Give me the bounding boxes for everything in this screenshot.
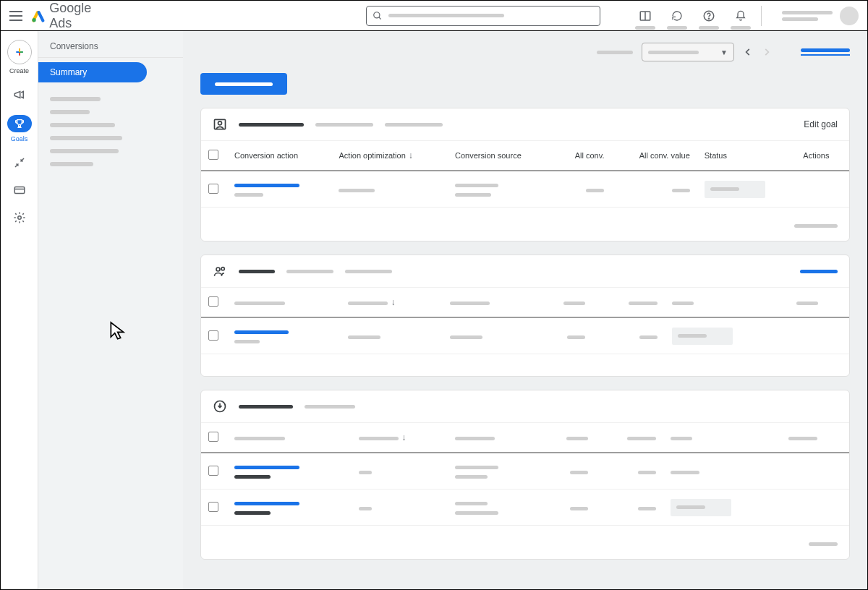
row-checkbox[interactable] <box>208 330 218 341</box>
chevron-left-icon[interactable] <box>743 47 753 57</box>
logo-text-2: Ads <box>49 16 72 30</box>
page-toolbar: ▼ <box>183 31 867 61</box>
conversion-table-1: Conversion action Action optimization↓ C… <box>201 141 849 208</box>
row-checkbox[interactable] <box>208 184 218 194</box>
col-opt[interactable]: ↓ <box>341 288 443 317</box>
rail-goals[interactable]: Goals <box>7 115 33 142</box>
menu-icon[interactable] <box>9 11 22 21</box>
svg-point-1 <box>374 12 380 17</box>
card-icon <box>13 184 26 197</box>
svg-point-16 <box>216 268 220 271</box>
select-all-checkbox[interactable] <box>208 432 218 442</box>
tools-icon <box>13 156 26 169</box>
refresh-icon[interactable] <box>670 9 684 23</box>
col-allconv[interactable]: All conv. <box>554 141 612 171</box>
header-actions <box>638 9 748 23</box>
avatar[interactable] <box>840 7 859 25</box>
col-status[interactable] <box>665 288 789 317</box>
select-all-checkbox[interactable] <box>208 150 218 160</box>
rail-tools[interactable] <box>7 155 33 170</box>
secondary-nav: Conversions Summary <box>38 31 183 590</box>
notifications-icon[interactable] <box>733 9 748 23</box>
col-source[interactable] <box>443 288 532 317</box>
date-link[interactable] <box>801 48 850 52</box>
logo[interactable]: Google Ads <box>31 1 116 31</box>
row-checkbox[interactable] <box>208 466 218 476</box>
col-allconvval[interactable]: All conv. value <box>611 141 697 171</box>
search-placeholder <box>388 14 504 17</box>
search-icon <box>373 11 383 21</box>
col-allconv[interactable] <box>533 288 593 317</box>
secnav-item[interactable] <box>50 123 115 127</box>
svg-point-15 <box>218 121 222 125</box>
scope-dropdown[interactable]: ▼ <box>642 43 734 61</box>
secnav-summary[interactable]: Summary <box>38 62 147 82</box>
logo-text-1: Google <box>49 1 91 15</box>
user-square-icon <box>213 117 227 132</box>
create-button[interactable]: Create <box>7 40 33 74</box>
col-status[interactable]: Status <box>697 141 796 171</box>
col-actions[interactable] <box>789 288 849 317</box>
account-switcher[interactable] <box>782 7 859 25</box>
col-allconvval[interactable] <box>592 288 664 317</box>
action-link[interactable] <box>234 502 299 505</box>
svg-line-2 <box>379 17 381 19</box>
card-link[interactable] <box>800 270 838 273</box>
secnav-item[interactable] <box>50 97 101 101</box>
divider <box>761 6 762 26</box>
select-all-checkbox[interactable] <box>208 296 218 307</box>
svg-rect-11 <box>14 187 25 194</box>
secnav-item[interactable] <box>50 110 90 114</box>
col-status[interactable] <box>663 423 781 453</box>
col-actions[interactable]: Actions <box>796 141 849 171</box>
svg-point-0 <box>32 18 35 22</box>
footer-link[interactable] <box>794 224 838 228</box>
search-input[interactable] <box>366 6 600 26</box>
help-icon[interactable] <box>702 9 716 23</box>
secnav-item[interactable] <box>50 136 122 140</box>
gear-icon <box>13 211 26 224</box>
secnav-item[interactable] <box>50 162 93 166</box>
google-ads-icon <box>31 9 46 23</box>
secnav-item[interactable] <box>50 149 119 153</box>
edit-goal-link[interactable]: Edit goal <box>804 119 838 129</box>
col-action[interactable] <box>227 423 352 453</box>
rail-billing[interactable] <box>7 183 33 197</box>
secnav-section: Conversions <box>38 31 183 57</box>
megaphone-icon <box>13 88 26 101</box>
left-rail: Create Goals <box>1 31 38 590</box>
action-link[interactable] <box>234 466 299 469</box>
cursor-icon <box>107 320 130 343</box>
col-opt[interactable]: Action optimization↓ <box>331 141 448 171</box>
row-checkbox[interactable] <box>208 502 218 512</box>
col-source[interactable]: Conversion source <box>448 141 554 171</box>
col-action[interactable] <box>227 288 341 317</box>
col-action[interactable]: Conversion action <box>227 141 331 171</box>
rail-admin[interactable] <box>7 210 33 225</box>
status-chip <box>705 181 765 198</box>
appearance-icon[interactable] <box>638 9 652 23</box>
goals-label: Goals <box>11 135 28 142</box>
goal-card-leads: ↓ <box>200 255 850 377</box>
svg-point-13 <box>17 216 21 220</box>
main-content: ▼ Edit goal Conversion <box>183 31 867 590</box>
col-actions[interactable] <box>781 423 849 453</box>
rail-campaigns[interactable] <box>7 87 33 102</box>
col-source[interactable] <box>448 423 538 453</box>
filter-label <box>597 51 633 54</box>
create-label: Create <box>9 67 29 74</box>
goal-card-purchase: Edit goal Conversion action Action optim… <box>200 108 850 241</box>
table-row[interactable] <box>201 171 849 208</box>
action-link[interactable] <box>234 184 299 187</box>
status-chip <box>672 328 733 345</box>
table-row[interactable] <box>201 453 849 489</box>
col-allconv[interactable] <box>539 423 595 453</box>
action-link[interactable] <box>234 330 289 334</box>
footer-link[interactable] <box>809 542 838 546</box>
new-conversion-button[interactable] <box>200 73 287 95</box>
conversion-table-3: ↓ <box>201 423 849 526</box>
col-allconvval[interactable] <box>595 423 663 453</box>
col-opt[interactable]: ↓ <box>352 423 448 453</box>
table-row[interactable] <box>201 317 849 354</box>
table-row[interactable] <box>201 489 849 526</box>
